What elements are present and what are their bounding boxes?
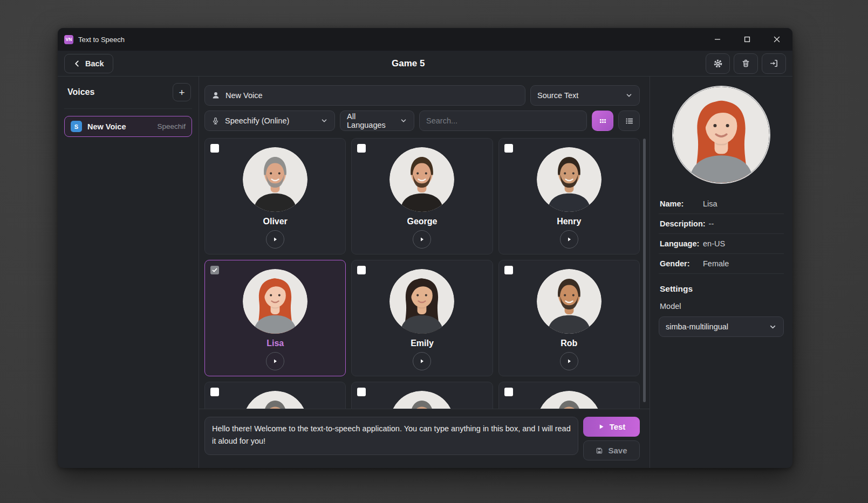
engine-select[interactable]: Speechify (Online) <box>204 111 335 131</box>
play-voice-button[interactable] <box>266 352 284 370</box>
voice-list: S New Voice Speechif <box>64 116 192 137</box>
minimize-button[interactable] <box>705 31 730 48</box>
detail-value: en-US <box>703 239 725 248</box>
toolbar: Source Text Speechify (Online) All Langu… <box>199 77 650 131</box>
gear-icon <box>713 59 723 68</box>
play-icon <box>566 358 572 364</box>
voice-card-name: Rob <box>561 339 577 349</box>
details-fields: Name: Lisa Description: -- Language: en-… <box>659 194 784 274</box>
voice-card[interactable]: Oliver <box>204 138 346 254</box>
settings-title: Settings <box>659 284 784 294</box>
voice-avatar <box>537 391 602 409</box>
play-voice-button[interactable] <box>413 230 431 249</box>
delete-button[interactable] <box>734 53 758 74</box>
voice-checkbox[interactable] <box>357 266 366 274</box>
export-arrow-icon <box>769 59 778 68</box>
play-icon <box>272 358 278 364</box>
voice-card-name: Lisa <box>266 339 284 349</box>
voice-avatar <box>243 391 307 409</box>
voice-checkbox[interactable] <box>504 266 513 274</box>
voice-avatar <box>389 391 454 409</box>
test-button[interactable]: Test <box>583 417 640 437</box>
trash-icon <box>741 59 750 68</box>
detail-field: Gender: Female <box>659 254 784 274</box>
voice-card[interactable]: Rob <box>498 260 640 376</box>
maximize-button[interactable] <box>735 31 760 48</box>
preview-textarea[interactable]: Hello there! Welcome to the text-to-spee… <box>204 417 578 455</box>
check-icon <box>211 267 218 273</box>
voice-card-name: Emily <box>411 339 434 349</box>
voice-card-name: George <box>407 217 437 227</box>
play-voice-button[interactable] <box>413 352 431 370</box>
voice-name-input[interactable] <box>225 91 518 100</box>
voice-checkbox[interactable] <box>210 388 219 396</box>
voice-checkbox[interactable] <box>357 388 366 396</box>
model-value: simba-multilingual <box>666 322 728 331</box>
maximize-icon <box>743 35 751 44</box>
settings-button[interactable] <box>706 53 730 74</box>
detail-value: Female <box>703 259 729 268</box>
search-field[interactable] <box>419 111 587 131</box>
chevron-left-icon <box>73 60 81 67</box>
detail-label: Language: <box>660 239 703 248</box>
voice-card[interactable]: Lisa <box>204 260 346 376</box>
voice-card[interactable]: Emily <box>351 260 493 376</box>
grid-icon <box>598 116 607 126</box>
source-text-select[interactable]: Source Text <box>530 85 640 106</box>
play-voice-button[interactable] <box>266 230 284 249</box>
list-icon <box>625 116 634 126</box>
app-logo: VN <box>64 35 73 44</box>
voice-card[interactable] <box>204 382 346 409</box>
app-window: VN Text to Speech Back Game 5 <box>58 28 792 468</box>
model-select[interactable]: simba-multilingual <box>659 316 784 337</box>
voice-avatar <box>243 147 307 212</box>
voice-checkbox[interactable] <box>357 144 366 153</box>
language-select[interactable]: All Languages <box>340 111 414 131</box>
microphone-icon <box>211 117 220 125</box>
play-icon <box>419 236 425 243</box>
voice-avatar <box>389 269 454 334</box>
voice-checkbox[interactable] <box>504 388 513 396</box>
detail-label: Gender: <box>660 259 703 268</box>
save-button[interactable]: Save <box>583 440 640 460</box>
engine-value: Speechify (Online) <box>225 116 289 125</box>
detail-value: Lisa <box>703 199 717 208</box>
chevron-down-icon <box>320 117 328 125</box>
grid-scrollbar[interactable] <box>643 139 646 402</box>
export-button[interactable] <box>762 53 786 74</box>
search-input[interactable] <box>426 116 580 125</box>
voice-card[interactable] <box>498 382 640 409</box>
voice-name-field[interactable] <box>204 85 525 106</box>
provider-badge: S <box>71 121 82 132</box>
detail-field: Name: Lisa <box>659 194 784 214</box>
voice-card[interactable] <box>351 382 493 409</box>
voice-avatar <box>389 147 454 212</box>
grid-view-button[interactable] <box>592 111 613 131</box>
close-icon <box>773 35 781 44</box>
body: Voices + S New Voice Speechif Source Tex… <box>58 77 792 468</box>
add-voice-button[interactable]: + <box>173 83 191 101</box>
chevron-down-icon <box>769 323 777 331</box>
titlebar: VN Text to Speech <box>58 28 792 51</box>
back-button[interactable]: Back <box>64 54 113 73</box>
sidebar-voice-provider: Speechif <box>157 122 186 130</box>
close-button[interactable] <box>764 31 789 48</box>
minimize-icon <box>713 35 722 44</box>
detail-value: -- <box>709 219 714 228</box>
voice-checkbox[interactable] <box>210 266 219 274</box>
voice-checkbox[interactable] <box>210 144 219 153</box>
voice-card-name: Oliver <box>263 217 287 227</box>
main-panel: Source Text Speechify (Online) All Langu… <box>199 77 650 468</box>
chevron-down-icon <box>625 92 633 99</box>
model-label: Model <box>659 302 784 311</box>
source-text-value: Source Text <box>537 91 578 100</box>
play-icon <box>598 423 605 430</box>
voice-card[interactable]: Henry <box>498 138 640 254</box>
play-voice-button[interactable] <box>560 230 578 249</box>
play-icon <box>272 236 278 243</box>
voice-checkbox[interactable] <box>504 144 513 153</box>
play-voice-button[interactable] <box>560 352 578 370</box>
voice-card[interactable]: George <box>351 138 493 254</box>
list-view-button[interactable] <box>618 111 640 131</box>
sidebar-voice-item[interactable]: S New Voice Speechif <box>64 116 192 137</box>
